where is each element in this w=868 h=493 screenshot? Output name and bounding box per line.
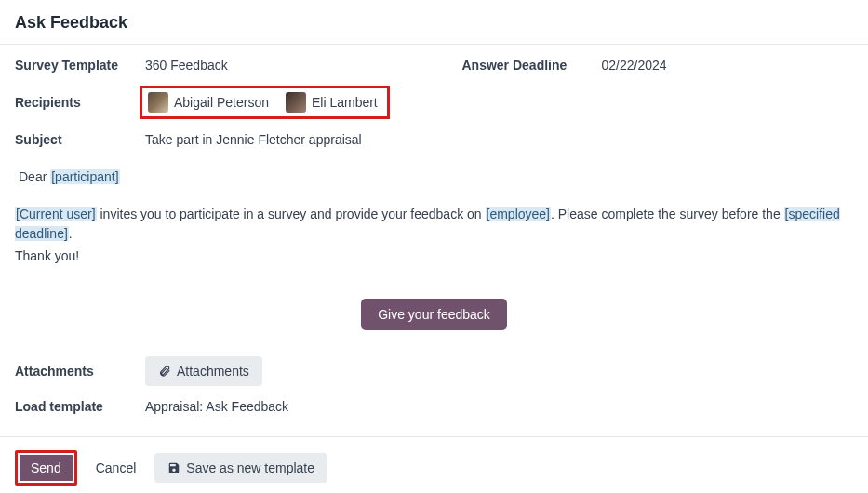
recipient-name: Abigail Peterson: [174, 95, 269, 110]
recipient-chip[interactable]: Abigail Peterson: [148, 92, 269, 113]
recipients-label: Recipients: [15, 95, 145, 110]
subject-value[interactable]: Take part in Jennie Fletcher appraisal: [145, 132, 362, 147]
give-feedback-button[interactable]: Give your feedback: [361, 299, 507, 330]
avatar: [148, 92, 168, 113]
attachments-button[interactable]: Attachments: [145, 356, 262, 386]
attachments-label: Attachments: [15, 364, 145, 379]
answer-deadline-label: Answer Deadline: [462, 58, 602, 73]
message-thanks: Thank you!: [15, 246, 853, 267]
subject-label: Subject: [15, 132, 145, 147]
save-icon: [167, 461, 180, 474]
placeholder-participant: [participant]: [50, 169, 119, 184]
message-text: .: [69, 226, 73, 241]
placeholder-current-user: [Current user]: [15, 207, 97, 221]
load-template-value[interactable]: Appraisal: Ask Feedback: [145, 399, 288, 414]
message-text: invites you to participate in a survey a…: [97, 207, 486, 221]
load-template-label: Load template: [15, 399, 145, 414]
paperclip-icon: [158, 365, 171, 378]
message-body[interactable]: Dear [participant] [Current user] invite…: [0, 167, 868, 267]
attachments-button-label: Attachments: [177, 364, 249, 379]
page-title: Ask Feedback: [15, 13, 853, 33]
answer-deadline-value[interactable]: 02/22/2024: [602, 58, 667, 73]
survey-template-label: Survey Template: [15, 58, 145, 73]
message-text: . Please complete the survey before the: [551, 207, 784, 221]
placeholder-employee: [employee]: [486, 207, 551, 221]
save-as-template-label: Save as new template: [186, 460, 314, 475]
avatar: [286, 92, 306, 113]
greeting-prefix: Dear: [19, 169, 50, 184]
send-button[interactable]: Send: [15, 450, 77, 486]
recipients-highlight-box: Abigail Peterson Eli Lambert: [140, 86, 390, 119]
cancel-button[interactable]: Cancel: [87, 453, 146, 483]
recipient-chip[interactable]: Eli Lambert: [286, 92, 378, 113]
survey-template-value[interactable]: 360 Feedback: [145, 58, 228, 73]
recipient-name: Eli Lambert: [312, 95, 378, 110]
save-as-template-button[interactable]: Save as new template: [154, 453, 327, 483]
